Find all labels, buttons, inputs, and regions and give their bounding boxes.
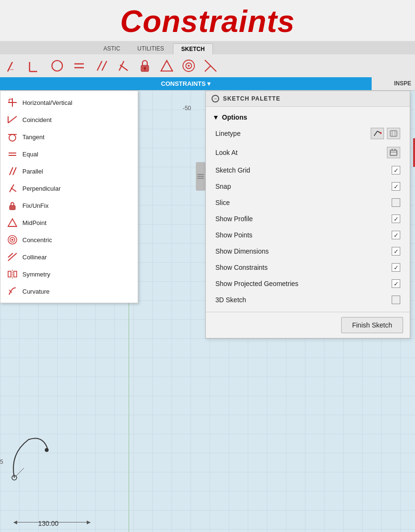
perpendicular-menu-icon bbox=[7, 183, 18, 194]
dimension-arrow-right bbox=[87, 521, 91, 524]
dimension-arrow-left bbox=[13, 521, 17, 524]
checkbox-snap[interactable] bbox=[392, 182, 400, 191]
palette-label-show-dimensions: Show Dimensions bbox=[215, 247, 269, 255]
triangle-icon[interactable] bbox=[158, 57, 175, 74]
menu-label: Coincident bbox=[22, 116, 51, 123]
linetype-icon-btn-2[interactable] bbox=[387, 128, 400, 139]
svg-point-17 bbox=[188, 65, 190, 67]
finish-sketch-button[interactable]: Finish Sketch bbox=[341, 317, 403, 333]
tab-utilities[interactable]: UTILITIES bbox=[129, 43, 172, 54]
scroll-line bbox=[197, 176, 204, 177]
tab-sketch[interactable]: SKETCH bbox=[173, 43, 213, 54]
svg-line-10 bbox=[120, 65, 128, 71]
svg-line-39 bbox=[8, 253, 17, 261]
palette-control-show-constraints bbox=[392, 263, 400, 272]
menu-item-equal[interactable]: Equal bbox=[0, 145, 138, 163]
midpoint-icon bbox=[7, 217, 18, 228]
fix-icon bbox=[7, 200, 18, 211]
menu-label: Horizontal/Vertical bbox=[22, 99, 72, 106]
parallel-icon[interactable] bbox=[92, 57, 110, 74]
menu-item-perpendicular[interactable]: Perpendicular bbox=[0, 180, 138, 197]
menu-item-symmetry[interactable]: Symmetry bbox=[0, 266, 138, 283]
svg-marker-35 bbox=[8, 219, 17, 226]
palette-control-show-profile bbox=[392, 215, 400, 223]
lock-icon[interactable] bbox=[136, 57, 153, 74]
canvas-number-bottom: 5 bbox=[0, 459, 3, 465]
menu-item-tangent[interactable]: Tangent bbox=[0, 128, 138, 145]
palette-label-snap: Snap bbox=[215, 183, 231, 190]
palette-collapse-icon[interactable] bbox=[212, 95, 219, 102]
linetype-icon-btn-1[interactable] bbox=[371, 128, 384, 139]
toolbar-icons bbox=[0, 54, 415, 77]
palette-control-show-points bbox=[392, 231, 400, 239]
palette-label-linetype: Linetype bbox=[215, 130, 241, 137]
checkbox-show-profile[interactable] bbox=[392, 215, 400, 223]
svg-rect-41 bbox=[8, 271, 11, 277]
checkbox-show-dimensions[interactable] bbox=[392, 247, 400, 256]
menu-item-parallel[interactable]: Parallel bbox=[0, 163, 138, 180]
svg-rect-34 bbox=[10, 205, 15, 210]
svg-line-19 bbox=[205, 66, 211, 72]
triangle-expand-icon: ▼ bbox=[213, 113, 219, 121]
palette-control-3d-sketch bbox=[392, 296, 400, 304]
svg-line-30 bbox=[10, 167, 13, 175]
checkbox-slice[interactable] bbox=[392, 198, 400, 207]
menu-label: Parallel bbox=[22, 168, 43, 175]
checkbox-show-constraints[interactable] bbox=[392, 263, 400, 272]
constraints-dropdown-bar[interactable]: CONSTRAINTS ▾ bbox=[0, 77, 372, 90]
svg-line-31 bbox=[13, 167, 16, 175]
svg-line-48 bbox=[374, 131, 377, 136]
page-title: Constraints bbox=[0, 0, 415, 41]
palette-row-slice: Slice bbox=[206, 194, 410, 211]
svg-point-12 bbox=[144, 67, 146, 70]
palette-control-show-projected-geometries bbox=[392, 279, 400, 288]
palette-control-snap bbox=[392, 182, 400, 191]
checkbox-sketch-grid[interactable] bbox=[392, 166, 400, 174]
svg-marker-14 bbox=[161, 61, 172, 71]
sketch-palette-panel: SKETCH PALETTE ▼ Options Linetype bbox=[205, 91, 410, 338]
palette-row-sketch-grid: Sketch Grid bbox=[206, 162, 410, 178]
svg-point-4 bbox=[52, 61, 62, 71]
menu-item-horizontal-vertical[interactable]: Horizontal/Vertical bbox=[0, 94, 138, 111]
tab-astic[interactable]: ASTIC bbox=[95, 43, 128, 54]
palette-section-options: ▼ Options Linetype bbox=[206, 107, 410, 312]
circle-icon[interactable] bbox=[49, 57, 66, 74]
svg-rect-51 bbox=[390, 131, 397, 136]
palette-row-show-dimensions: Show Dimensions bbox=[206, 243, 410, 259]
menu-label: Symmetry bbox=[22, 271, 51, 278]
menu-label: Curvature bbox=[22, 288, 50, 295]
menu-item-midpoint[interactable]: MidPoint bbox=[0, 214, 138, 231]
checkbox-3d-sketch[interactable] bbox=[392, 296, 400, 304]
palette-control-show-dimensions bbox=[392, 247, 400, 256]
menu-item-collinear[interactable]: Collinear bbox=[0, 248, 138, 266]
equal-icon[interactable] bbox=[71, 57, 88, 74]
palette-section-header[interactable]: ▼ Options bbox=[206, 111, 410, 124]
look-at-icon-btn[interactable] bbox=[387, 147, 400, 158]
scroll-line bbox=[197, 178, 204, 179]
parallel-menu-icon bbox=[7, 166, 18, 176]
perpendicular-icon[interactable] bbox=[114, 57, 132, 74]
svg-line-8 bbox=[102, 61, 107, 71]
concentric-icon[interactable] bbox=[180, 57, 197, 74]
svg-line-7 bbox=[97, 61, 102, 71]
menu-label: Tangent bbox=[22, 133, 44, 141]
scroll-widget[interactable] bbox=[196, 162, 205, 191]
svg-point-50 bbox=[380, 132, 382, 134]
checkbox-show-points[interactable] bbox=[392, 231, 400, 239]
tangent-icon bbox=[7, 132, 18, 142]
menu-label: Collinear bbox=[22, 254, 47, 261]
line-icon[interactable] bbox=[27, 57, 44, 74]
menu-item-coincident[interactable]: Coincident bbox=[0, 111, 138, 128]
tab-bar: ASTIC UTILITIES SKETCH bbox=[0, 41, 415, 54]
checkbox-show-projected-geometries[interactable] bbox=[392, 279, 400, 288]
palette-control-look-at bbox=[387, 147, 400, 158]
palette-label-sketch-grid: Sketch Grid bbox=[215, 166, 250, 174]
construction-icon[interactable] bbox=[5, 57, 22, 74]
svg-line-33 bbox=[11, 188, 16, 192]
menu-item-fix-unfix[interactable]: Fix/UnFix bbox=[0, 197, 138, 214]
palette-row-show-constraints: Show Constraints bbox=[206, 259, 410, 276]
trim-icon[interactable] bbox=[202, 57, 219, 74]
menu-item-concentric[interactable]: Concentric bbox=[0, 231, 138, 248]
menu-item-curvature[interactable]: Curvature bbox=[0, 283, 138, 300]
palette-footer: Finish Sketch bbox=[206, 312, 410, 338]
